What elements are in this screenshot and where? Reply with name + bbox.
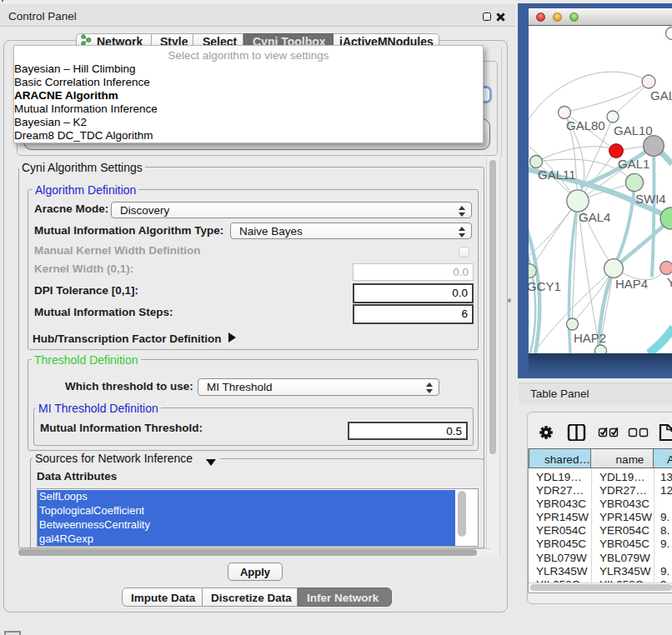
svg-text:YB: YB (667, 275, 672, 289)
svg-text:HAP2: HAP2 (574, 331, 606, 345)
svg-text:GAL10: GAL10 (614, 123, 653, 138)
svg-text:HAP4: HAP4 (615, 277, 648, 291)
svg-text:GAL1: GAL1 (618, 157, 649, 171)
svg-text:GAL2: GAL2 (650, 88, 672, 102)
svg-text:GAL4: GAL4 (579, 210, 610, 224)
svg-text:GAL80: GAL80 (566, 118, 605, 132)
svg-text:GCY1: GCY1 (529, 279, 561, 293)
svg-text:SWI4: SWI4 (635, 192, 666, 206)
svg-text:GAL11: GAL11 (538, 168, 576, 182)
